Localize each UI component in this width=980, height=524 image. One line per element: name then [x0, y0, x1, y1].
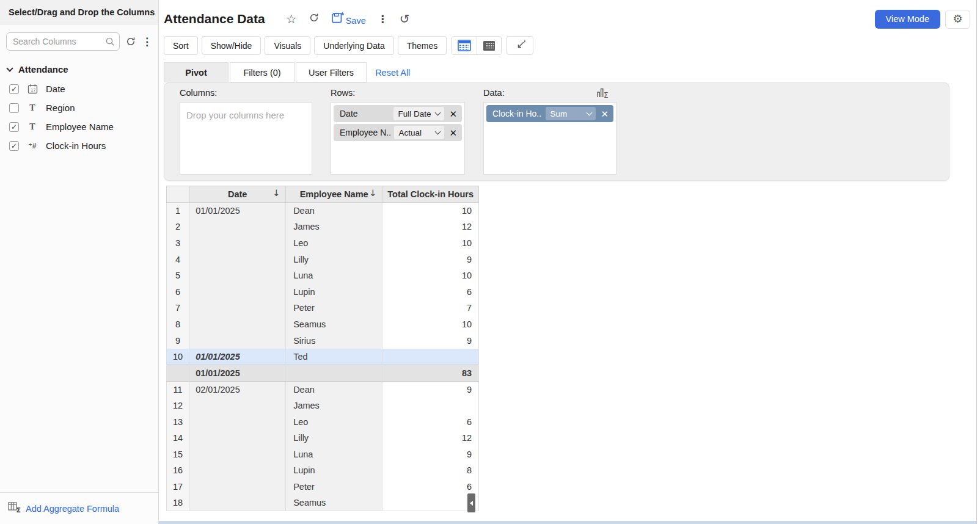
table-row[interactable]: 15Luna9: [167, 446, 479, 462]
table-row[interactable]: 17Peter6: [167, 479, 479, 495]
visuals-button[interactable]: Visuals: [265, 36, 310, 55]
table-row[interactable]: 101/01/2025Dean10: [167, 203, 479, 219]
cell-name: Lupin: [286, 462, 382, 479]
remove-pill-icon[interactable]: ✕: [599, 109, 610, 118]
rows-section: Rows: DateFull Date✕Employee N...Actual✕: [331, 88, 465, 175]
sort-button[interactable]: Sort: [164, 36, 198, 55]
refresh-view-icon[interactable]: [309, 12, 320, 26]
cell-name: Luna: [286, 267, 382, 284]
underlying-data-button[interactable]: Underlying Data: [314, 36, 393, 55]
columns-dropzone[interactable]: Drop your columns here: [180, 102, 312, 175]
reset-all-link[interactable]: Reset All: [375, 62, 410, 82]
remove-pill-icon[interactable]: ✕: [448, 128, 458, 137]
right-panel-edge[interactable]: [976, 0, 980, 524]
checkbox[interactable]: ✓: [9, 122, 19, 132]
undo-icon[interactable]: ↺: [400, 13, 410, 25]
save-button[interactable]: * Save: [331, 12, 366, 26]
tab-pivot[interactable]: Pivot: [164, 62, 229, 82]
cell-hours: [382, 495, 479, 511]
cell-date: 02/01/2025: [189, 381, 286, 398]
favorite-star-icon[interactable]: ☆: [286, 13, 297, 25]
table-group-attendance[interactable]: Attendance: [0, 54, 158, 79]
cell-num: 3: [167, 235, 189, 252]
table-row[interactable]: 12James: [167, 398, 479, 414]
table-row[interactable]: 6Lupin6: [167, 283, 479, 300]
search-input[interactable]: [6, 32, 120, 51]
sidebar-more-menu-icon[interactable]: ⋮: [142, 37, 152, 47]
table-row[interactable]: 1001/01/2025Ted: [167, 349, 479, 365]
checkbox[interactable]: [9, 103, 19, 113]
cell-name: Leo: [286, 413, 382, 430]
table-row[interactable]: 13Leo6: [167, 413, 479, 430]
collapse-panel-icon[interactable]: [506, 36, 533, 55]
sidebar-header: Select/Drag and Drop the Columns: [0, 0, 158, 24]
cell-hours: 10: [382, 235, 479, 252]
cell-hours: [382, 398, 479, 414]
themes-button[interactable]: Themes: [398, 36, 447, 55]
checkbox[interactable]: ✓: [9, 141, 19, 151]
row-pill-employee-n[interactable]: Employee N...Actual✕: [334, 124, 462, 141]
compact-table-view-icon[interactable]: [477, 37, 501, 54]
show-hide-button[interactable]: Show/Hide: [202, 36, 261, 55]
table-row[interactable]: 16Lupin8: [167, 462, 479, 479]
sort-descending-icon[interactable]: ↓: [272, 188, 280, 198]
refresh-columns-icon[interactable]: [125, 36, 136, 47]
number-type-icon: ⁺#: [26, 142, 39, 150]
table-row[interactable]: 14Lilly12: [167, 430, 479, 446]
add-aggregate-formula-link[interactable]: Add Aggregate Formula: [26, 504, 119, 514]
sort-descending-icon[interactable]: ↓: [369, 188, 376, 198]
table-row[interactable]: 5Luna10: [167, 267, 479, 284]
tab-filters-0[interactable]: Filters (0): [230, 62, 294, 82]
sidebar-item-date[interactable]: ✓17Date: [0, 79, 158, 98]
summary-sigma-icon[interactable]: Σ: [596, 87, 610, 101]
data-dropzone[interactable]: Clock-in Ho...Sum✕: [483, 102, 616, 175]
svg-text:17: 17: [31, 88, 35, 93]
view-mode-button[interactable]: View Mode: [875, 10, 940, 29]
settings-gear-button[interactable]: ⚙: [945, 10, 970, 29]
cell-date: [189, 235, 286, 252]
row-pill-date[interactable]: DateFull Date✕: [334, 105, 462, 122]
pill-field-label: Employee N...: [340, 128, 390, 137]
pivot-table-view-icon[interactable]: [452, 37, 477, 54]
pill-option-select[interactable]: Sum: [546, 107, 596, 120]
table-row[interactable]: 9Sirius9: [167, 332, 479, 349]
cell-num: 10: [167, 349, 189, 365]
text-type-icon: T: [26, 122, 39, 132]
checkbox[interactable]: ✓: [9, 84, 19, 94]
cell-num: [167, 365, 189, 381]
search-icon: [105, 37, 115, 49]
pill-option-select[interactable]: Actual: [394, 126, 444, 139]
cell-date: 01/01/2025: [189, 203, 286, 219]
column-header-total-clock-in-hours[interactable]: Total Clock-in Hours: [382, 186, 479, 203]
table-row[interactable]: 18Seamus: [167, 495, 479, 511]
column-header-employee-name[interactable]: Employee Name↓: [286, 186, 382, 203]
table-row[interactable]: 7Peter7: [167, 300, 479, 316]
cell-num: 17: [167, 479, 189, 495]
cell-num: 1: [167, 203, 189, 219]
cell-num: 16: [167, 462, 189, 479]
scrollbar-collapse-handle[interactable]: [467, 493, 475, 512]
tab-user-filters[interactable]: User Filters: [296, 62, 367, 82]
rows-dropzone[interactable]: DateFull Date✕Employee N...Actual✕: [331, 102, 465, 175]
table-row[interactable]: 2James12: [167, 219, 479, 235]
search-columns-box: [6, 32, 120, 51]
table-row[interactable]: 1102/01/2025Dean9: [167, 381, 479, 398]
remove-pill-icon[interactable]: ✕: [448, 109, 458, 118]
sidebar-item-clock-in-hours[interactable]: ✓⁺#Clock-in Hours: [0, 136, 158, 155]
pill-option-value: Actual: [398, 128, 422, 137]
columns-placeholder: Drop your columns here: [183, 105, 309, 125]
cell-hours: 9: [382, 332, 479, 349]
data-pill-clock-in-ho[interactable]: Clock-in Ho...Sum✕: [486, 105, 613, 122]
subtotal-row[interactable]: 01/01/202583: [167, 365, 479, 381]
table-row[interactable]: 8Seamus10: [167, 316, 479, 333]
column-header-date[interactable]: Date↓: [189, 186, 286, 203]
cell-num: 2: [167, 219, 189, 235]
sidebar-item-employee-name[interactable]: ✓TEmployee Name: [0, 117, 158, 136]
pill-option-select[interactable]: Full Date: [393, 107, 444, 120]
table-row[interactable]: 4Lilly9: [167, 251, 479, 267]
cell-name: Lupin: [286, 283, 382, 300]
title-more-menu-icon[interactable]: ⋮: [378, 14, 388, 24]
bottom-scroll-track[interactable]: [159, 521, 976, 524]
table-row[interactable]: 3Leo10: [167, 235, 479, 252]
sidebar-item-region[interactable]: TRegion: [0, 98, 158, 117]
